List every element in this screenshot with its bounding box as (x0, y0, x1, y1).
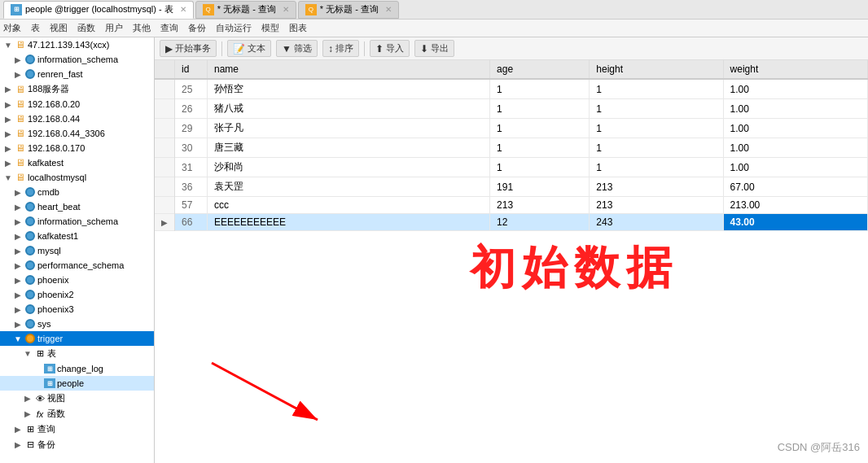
table-row[interactable]: 29张子凡111.00 (155, 119, 868, 138)
toggle-kafkatest1[interactable]: ▶ (13, 231, 23, 241)
sidebar-item-infschema2[interactable]: ▶ information_schema (0, 214, 154, 229)
begin-transaction-icon: ▶ (165, 43, 173, 55)
tab-close-icon[interactable]: ✕ (180, 5, 186, 14)
toolbar-sep2 (364, 41, 365, 56)
export-button[interactable]: ⬇ 导出 (414, 40, 454, 57)
table-row[interactable]: ▶66EEEEEEEEEEE1224343.00 (155, 214, 868, 231)
sidebar-item-tables-folder[interactable]: ▼ ⊞ 表 (0, 346, 154, 361)
toggle-queries[interactable]: ▶ (13, 425, 23, 435)
sidebar-item-perfschema[interactable]: ▶ performance_schema (0, 258, 154, 273)
sort-button[interactable]: ↕ 排序 (322, 40, 359, 57)
server-icon-ip4: 🖥 (15, 142, 26, 154)
sidebar-item-views-folder[interactable]: ▶ 👁 视图 (0, 391, 154, 406)
sidebar-item-ip4[interactable]: ▶ 🖥 192.168.0.170 (0, 141, 154, 155)
toggle-phoenix[interactable]: ▶ (13, 275, 23, 285)
toggle-ip1[interactable]: ▶ (3, 99, 13, 109)
col-id[interactable]: id (175, 60, 208, 79)
sidebar-item-trigger[interactable]: ▼ trigger (0, 331, 154, 346)
toggle-heartbeat[interactable]: ▶ (13, 202, 23, 212)
col-age[interactable]: age (490, 60, 590, 79)
tab-query1[interactable]: Q * 无标题 - 查询 ✕ (195, 1, 296, 19)
toggle-mysql[interactable]: ▶ (13, 246, 23, 256)
tab-table[interactable]: ⊞ people @trigger (localhostmysql) - 表 ✕ (3, 1, 194, 19)
table-row[interactable]: 36袁天罡19121367.00 (155, 177, 868, 197)
menu-object[interactable]: 对象 (3, 22, 21, 34)
menu-query[interactable]: 查询 (160, 22, 178, 34)
export-label: 导出 (431, 42, 449, 55)
menu-chart[interactable]: 图表 (289, 22, 307, 34)
toggle-phoenix2[interactable]: ▶ (13, 290, 23, 299)
table-row[interactable]: 25孙悟空111.00 (155, 79, 868, 99)
sidebar-item-renren-fast[interactable]: ▶ renren_fast (0, 67, 154, 81)
sidebar-item-backup-folder[interactable]: ▶ ⊟ 备份 (0, 437, 154, 452)
sidebar-item-cmdb[interactable]: ▶ cmdb (0, 185, 154, 199)
tab-query2[interactable]: Q * 无标题 - 查询 ✕ (298, 1, 399, 19)
sidebar-item-kafkatest1[interactable]: ▶ kafkatest1 (0, 229, 154, 243)
menu-user[interactable]: 用户 (105, 22, 123, 34)
toggle-infschema2[interactable]: ▶ (13, 216, 23, 226)
table-row[interactable]: 30唐三藏111.00 (155, 138, 868, 158)
toggle-sys[interactable]: ▶ (13, 319, 23, 329)
table-row[interactable]: 57ccc213213213.00 (155, 197, 868, 214)
toggle-views[interactable]: ▶ (23, 394, 33, 404)
sidebar-item-phoenix2[interactable]: ▶ phoenix2 (0, 287, 154, 302)
toggle-tables[interactable]: ▼ (23, 349, 33, 359)
table-row[interactable]: 31沙和尚111.00 (155, 158, 868, 177)
menu-model[interactable]: 模型 (261, 22, 279, 34)
toggle-functions[interactable]: ▶ (23, 409, 33, 419)
sidebar-item-server1[interactable]: ▼ 🖥 47.121.139.143(xcx) (0, 37, 154, 52)
import-button[interactable]: ⬆ 导入 (370, 40, 410, 57)
menu-other[interactable]: 其他 (133, 22, 151, 34)
sidebar-item-information-schema[interactable]: ▶ information_schema (0, 52, 154, 67)
sidebar-item-heartbeat[interactable]: ▶ heart_beat (0, 199, 154, 214)
toggle-renren[interactable]: ▶ (13, 69, 23, 79)
menu-view[interactable]: 视图 (50, 22, 68, 34)
cell-height: 1 (590, 158, 723, 177)
toggle-cmdb[interactable]: ▶ (13, 187, 23, 197)
tab-query2-close[interactable]: ✕ (385, 5, 392, 14)
sidebar-item-188server[interactable]: ▶ 🖥 188服务器 (0, 81, 154, 97)
tab-query1-close[interactable]: ✕ (283, 5, 289, 14)
sidebar-item-mysql[interactable]: ▶ mysql (0, 243, 154, 258)
sort-label: 排序 (335, 42, 353, 55)
tables-folder-label: 表 (47, 347, 56, 360)
sidebar-item-people[interactable]: ▶ ⊞ people (0, 376, 154, 391)
sidebar-item-phoenix[interactable]: ▶ phoenix (0, 273, 154, 287)
col-weight[interactable]: weight (723, 60, 867, 79)
toggle-ip2[interactable]: ▶ (3, 114, 13, 124)
sidebar-item-localhost[interactable]: ▼ 🖥 localhostmysql (0, 170, 154, 185)
toggle-188[interactable]: ▶ (3, 85, 13, 94)
col-height[interactable]: height (590, 60, 723, 79)
row-indicator (155, 79, 175, 99)
table-row[interactable]: 26猪八戒111.00 (155, 99, 868, 119)
toggle-trigger[interactable]: ▼ (13, 334, 23, 343)
menu-backup[interactable]: 备份 (188, 22, 206, 34)
sidebar-item-change-log[interactable]: ▶ ⊞ change_log (0, 361, 154, 376)
db-icon-phoenix2 (24, 289, 36, 300)
menu-table[interactable]: 表 (31, 22, 40, 34)
toggle-kafkatest[interactable]: ▶ (3, 158, 13, 168)
sidebar-item-ip1[interactable]: ▶ 🖥 192.168.0.20 (0, 97, 154, 111)
toggle-backup[interactable]: ▶ (13, 440, 23, 450)
server-icon1: 🖥 (15, 39, 26, 50)
col-name[interactable]: name (208, 60, 490, 79)
toggle-ip4[interactable]: ▶ (3, 143, 13, 153)
toggle-perfschema[interactable]: ▶ (13, 260, 23, 270)
sidebar-item-ip3[interactable]: ▶ 🖥 192.168.0.44_3306 (0, 126, 154, 141)
menu-function[interactable]: 函数 (77, 22, 95, 34)
sidebar-item-kafkatest[interactable]: ▶ 🖥 kafkatest (0, 155, 154, 170)
begin-transaction-button[interactable]: ▶ 开始事务 (160, 40, 217, 57)
sidebar-item-functions-folder[interactable]: ▶ fx 函数 (0, 406, 154, 422)
sidebar-item-ip2[interactable]: ▶ 🖥 192.168.0.44 (0, 111, 154, 126)
filter-button[interactable]: ▼ 筛选 (276, 40, 318, 57)
sidebar-item-queries-folder[interactable]: ▶ ⊞ 查询 (0, 422, 154, 437)
text-button[interactable]: 📝 文本 (227, 40, 271, 57)
sidebar-item-sys[interactable]: ▶ sys (0, 317, 154, 331)
toggle-ip3[interactable]: ▶ (3, 129, 13, 138)
sidebar-item-phoenix3[interactable]: ▶ phoenix3 (0, 302, 154, 317)
toggle-infschema[interactable]: ▶ (13, 55, 23, 64)
menu-autorun[interactable]: 自动运行 (216, 22, 252, 34)
toggle-phoenix3[interactable]: ▶ (13, 304, 23, 314)
toggle-server1[interactable]: ▼ (3, 40, 13, 50)
toggle-localhost[interactable]: ▼ (3, 173, 13, 182)
